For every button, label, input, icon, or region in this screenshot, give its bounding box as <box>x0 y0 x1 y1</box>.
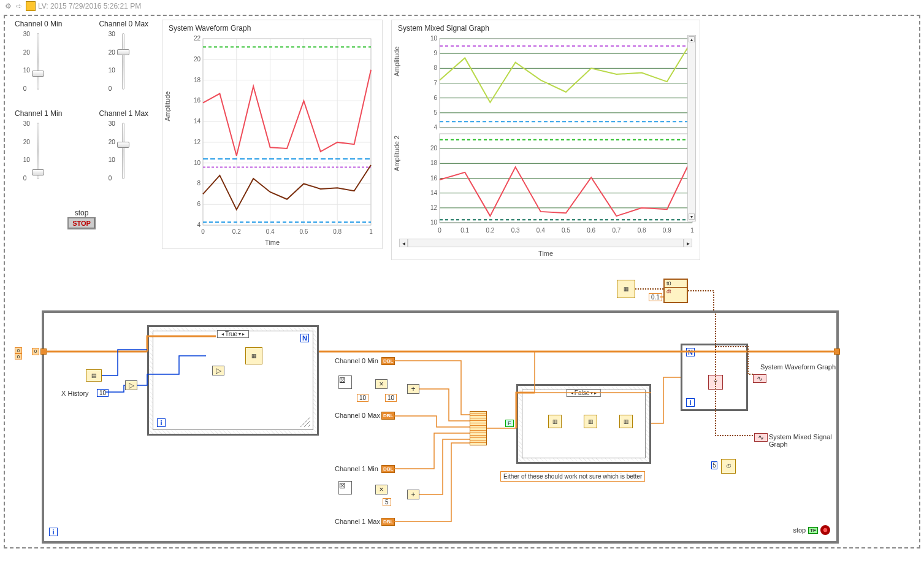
wait-ms-node: ⏱ <box>721 459 736 474</box>
slider-thumb[interactable] <box>117 49 129 55</box>
case-selector-false[interactable]: ◂False▾▸ <box>567 389 601 397</box>
case-selector-true[interactable]: ◂True▾▸ <box>217 330 249 338</box>
slider-thumb[interactable] <box>117 142 129 148</box>
svg-rect-32 <box>203 39 371 225</box>
stop-label: stop <box>15 209 148 217</box>
loop-tunnel-left <box>40 348 47 355</box>
const10-a: 10 <box>357 394 368 402</box>
svg-text:1: 1 <box>690 227 694 234</box>
slider-ch0max[interactable]: Channel 0 Max 3020100 <box>99 20 148 92</box>
svg-text:9: 9 <box>434 50 438 56</box>
svg-text:20: 20 <box>430 145 438 152</box>
slider-ch1max[interactable]: Channel 1 Max 3020100 <box>99 109 148 182</box>
const10-b: 10 <box>385 394 397 402</box>
inner-while-loop: i stop TF 00 0 ◂True▾▸ N i ▷ <box>42 310 839 544</box>
svg-text:0.5: 0.5 <box>562 227 570 234</box>
wfgraph-label: System Waveform Graph <box>760 363 836 371</box>
svg-text:0: 0 <box>201 228 205 235</box>
wait-const: 5 <box>711 461 717 469</box>
ylabel2: Amplitude 2 <box>393 136 400 171</box>
chart-title: System Mixed Signal Graph <box>398 24 696 33</box>
xlabel: Time <box>166 239 378 246</box>
svg-text:18: 18 <box>194 77 201 83</box>
for-i: i <box>157 418 166 427</box>
svg-text:0.7: 0.7 <box>613 227 621 234</box>
vscrollbar[interactable]: ▴ ▾ <box>687 35 696 221</box>
index-array-2: ▥ <box>619 415 633 428</box>
waveform-chart: 00.20.40.60.8146810121416182022 <box>185 35 375 237</box>
case-true-structure: ◂True▾▸ N i ▷ ▦ <box>147 325 319 436</box>
block-diagram: ▦ t0 dt 0.1 i stop TF 00 0 <box>11 280 913 541</box>
svg-text:0.4: 0.4 <box>266 228 275 235</box>
while-loop-outer: Channel 0 Min 3020100 Channel 0 Max 3020… <box>4 15 920 548</box>
mult-node-1: × <box>375 379 388 389</box>
svg-text:0.8: 0.8 <box>333 228 342 235</box>
slider-label: Channel 0 Max <box>99 20 148 28</box>
ch1max-label: Channel 1 Max <box>335 518 380 525</box>
slider-thumb[interactable] <box>32 169 44 175</box>
run-icon[interactable] <box>26 1 36 11</box>
svg-text:12: 12 <box>194 139 201 145</box>
waveform-const: t0 dt <box>663 279 688 303</box>
sr-init: 00 <box>15 347 22 360</box>
svg-text:18: 18 <box>430 160 438 166</box>
waveform-chart-card: System Waveform Graph Amplitude 00.20.40… <box>162 20 383 249</box>
hscrollbar[interactable]: ◂▸ <box>395 237 696 248</box>
svg-text:0.9: 0.9 <box>663 227 671 234</box>
slider-label: Channel 1 Min <box>15 109 62 118</box>
svg-text:6: 6 <box>197 201 201 207</box>
svg-text:20: 20 <box>194 56 201 63</box>
build-array-bundle <box>470 411 487 445</box>
array-size-node: ▤ <box>86 369 102 382</box>
svg-text:0.8: 0.8 <box>638 227 646 234</box>
loop-tunnel-right <box>834 348 840 355</box>
mixed-chart: 4567891010121416182000.10.20.30.40.50.60… <box>420 35 696 237</box>
svg-text:0.4: 0.4 <box>536 227 545 234</box>
slider-ch0min[interactable]: Channel 0 Min 3020100 <box>15 20 62 92</box>
svg-text:10: 10 <box>194 160 201 166</box>
mult-node-2: × <box>375 485 388 494</box>
svg-text:6: 6 <box>434 94 438 101</box>
svg-text:0.6: 0.6 <box>300 228 308 235</box>
ch1min-label: Channel 1 Min <box>335 465 378 472</box>
front-panel-area: Channel 0 Min 3020100 Channel 0 Max 3020… <box>10 20 914 260</box>
add-node-2: + <box>407 490 419 499</box>
build-cluster: ▥ <box>584 415 597 428</box>
add-node-1: + <box>407 384 419 394</box>
xhistory-const: 10 <box>97 389 109 397</box>
const5: 5 <box>383 498 391 506</box>
slider-thumb[interactable] <box>32 71 44 77</box>
mixed-chart-card: System Mixed Signal Graph Amplitude Ampl… <box>391 20 700 260</box>
app-icon: ⚙ <box>4 2 12 10</box>
arrow-icon <box>15 2 23 10</box>
slider-label: Channel 0 Min <box>15 20 62 28</box>
chart-title: System Waveform Graph <box>169 24 378 33</box>
loop-stop-icon <box>820 525 830 535</box>
false-const: F <box>505 420 514 427</box>
svg-text:16: 16 <box>194 97 201 104</box>
case-false-structure: ◂False▾▸ F ▥ ▥ ▥ <box>516 384 651 464</box>
mixedgraph-terminal: ∿ <box>754 433 768 442</box>
random-node-2: ⚄ <box>338 481 352 494</box>
slider-label: Channel 1 Max <box>99 109 148 118</box>
diagram-comment: Either of these should work not sure whi… <box>500 471 645 482</box>
slider-ch1min[interactable]: Channel 1 Min 3020100 <box>15 109 62 182</box>
index-array-1: ▥ <box>548 415 562 428</box>
svg-text:0.3: 0.3 <box>511 227 520 234</box>
ylabel: Amplitude <box>164 91 171 121</box>
svg-text:14: 14 <box>194 118 201 125</box>
svg-text:8: 8 <box>434 64 438 71</box>
ylabel: Amplitude <box>393 47 400 77</box>
stop-button[interactable]: STOP <box>67 217 96 229</box>
svg-text:14: 14 <box>430 190 438 196</box>
stop-tf-terminal: TF <box>808 527 818 534</box>
titlebar: ⚙ LV: 2015 7/29/2016 5:26:21 PM <box>0 0 924 12</box>
stop-terminal-group: stop TF <box>793 525 830 535</box>
build-waveform-node: ▦ <box>617 280 635 298</box>
for-N: N <box>300 334 309 342</box>
svg-text:0.2: 0.2 <box>232 228 241 235</box>
ch0max-terminal: DBL <box>381 412 395 420</box>
ch0min-label: Channel 0 Min <box>335 357 378 364</box>
ch1max-terminal: DBL <box>381 518 395 526</box>
svg-text:0.6: 0.6 <box>587 227 595 234</box>
